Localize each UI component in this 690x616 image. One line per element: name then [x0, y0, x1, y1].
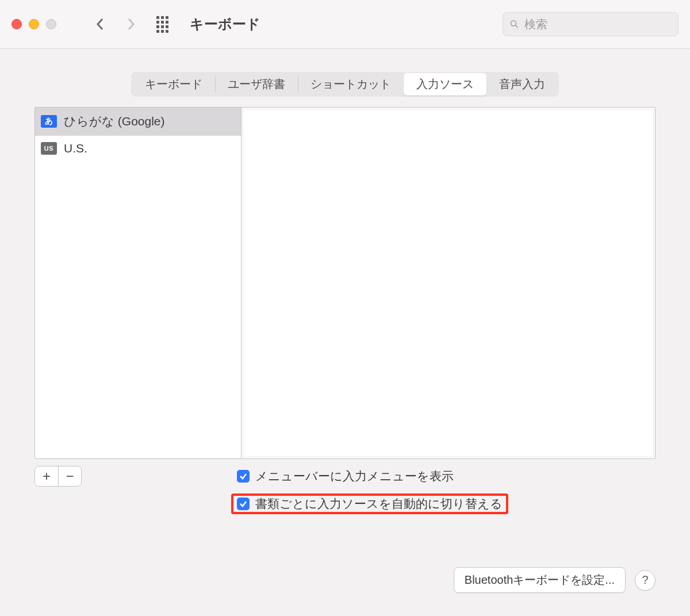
window-title: キーボード [190, 15, 260, 33]
input-source-label: U.S. [64, 141, 87, 155]
remove-source-button[interactable]: − [58, 466, 81, 486]
bluetooth-keyboard-button[interactable]: Bluetoothキーボードを設定... [454, 567, 626, 593]
option-label: 書類ごとに入力ソースを自動的に切り替える [255, 496, 503, 512]
footer: Bluetoothキーボードを設定... ? [0, 567, 690, 593]
search-field[interactable] [503, 12, 678, 36]
add-remove-group: + − [34, 466, 82, 487]
below-content-row: + − メニューバーに入力メニューを表示 書類ごとに入力ソースを自動的に切り替え… [34, 466, 656, 514]
input-source-list[interactable]: あ ひらがな (Google) US U.S. [35, 108, 241, 458]
checkbox-checked-icon [237, 470, 250, 483]
window-toolbar: キーボード [0, 0, 690, 49]
close-window-button[interactable] [12, 19, 22, 29]
input-sources-panel: あ ひらがな (Google) US U.S. [34, 107, 656, 459]
svg-point-0 [511, 21, 516, 26]
tab-shortcuts[interactable]: ショートカット [298, 73, 404, 95]
input-source-detail [243, 109, 654, 457]
options-group: メニューバーに入力メニューを表示 書類ごとに入力ソースを自動的に切り替える [231, 466, 508, 514]
svg-line-1 [516, 25, 518, 28]
option-auto-switch-per-doc[interactable]: 書類ごとに入力ソースを自動的に切り替える [231, 493, 508, 514]
tab-bar: キーボード ユーザ辞書 ショートカット 入力ソース 音声入力 [0, 72, 690, 97]
checkbox-checked-icon [237, 498, 250, 510]
forward-button [121, 14, 141, 35]
tab-keyboard[interactable]: キーボード [132, 73, 215, 95]
window-traffic-lights [12, 19, 56, 29]
option-label: メニューバーに入力メニューを表示 [255, 468, 454, 484]
input-source-item[interactable]: あ ひらがな (Google) [35, 108, 241, 136]
search-input[interactable] [523, 17, 671, 32]
chevron-left-icon [95, 17, 105, 31]
input-source-label: ひらがな (Google) [64, 113, 165, 129]
option-show-input-menu[interactable]: メニューバーに入力メニューを表示 [231, 466, 508, 487]
tab-user-dictionary[interactable]: ユーザ辞書 [215, 73, 298, 95]
back-button[interactable] [90, 14, 110, 35]
tab-dictation[interactable]: 音声入力 [486, 73, 558, 95]
show-all-prefs-button[interactable] [156, 16, 170, 33]
chevron-right-icon [126, 17, 136, 31]
tab-input-sources[interactable]: 入力ソース [404, 73, 486, 95]
help-button[interactable]: ? [635, 570, 656, 591]
input-source-icon: あ [41, 115, 57, 128]
input-source-item[interactable]: US U.S. [35, 136, 241, 162]
tabs: キーボード ユーザ辞書 ショートカット 入力ソース 音声入力 [131, 72, 559, 97]
minimize-window-button[interactable] [29, 19, 39, 29]
input-source-icon: US [41, 142, 57, 155]
maximize-window-button [46, 19, 56, 29]
search-icon [510, 18, 519, 30]
add-source-button[interactable]: + [35, 466, 58, 486]
